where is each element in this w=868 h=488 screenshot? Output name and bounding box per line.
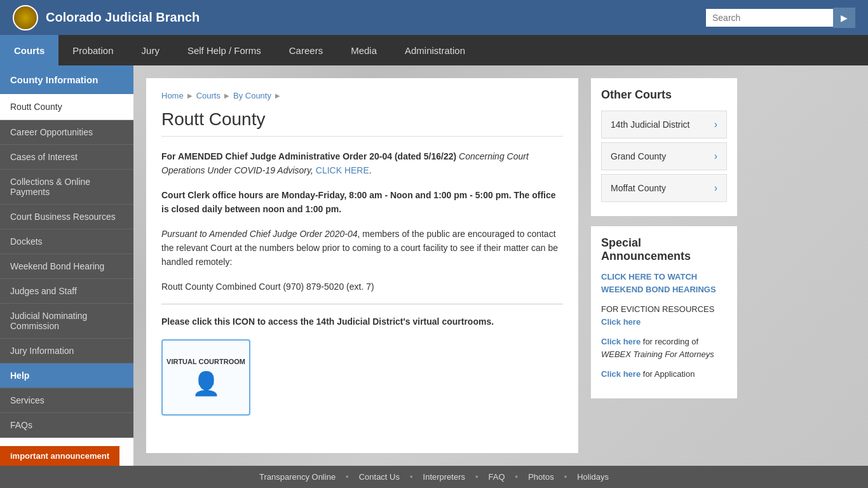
court-link-moffat[interactable]: Moffat County › <box>601 174 727 202</box>
court-link-label-moffat: Moffat County <box>611 183 666 193</box>
nav-item-administration[interactable]: Administration <box>391 35 479 65</box>
content-area: Home ▶ Courts ▶ By County ▶ Routt County… <box>133 65 868 466</box>
footer-bar: Transparency Online • Contact Us • Inter… <box>0 466 868 488</box>
ann-link-4[interactable]: Click here <box>601 369 641 379</box>
logo-area: Colorado Judicial Branch <box>13 5 200 30</box>
para2-text: Court Clerk office hours are Monday-Frid… <box>161 190 556 214</box>
site-header: Colorado Judicial Branch ▶ <box>0 0 868 35</box>
main-content-panel: Home ▶ Courts ▶ By County ▶ Routt County… <box>146 78 578 453</box>
special-announcements-title: Special Announcements <box>601 236 727 263</box>
para4-bold: Please click this ICON to access the 14t… <box>161 316 494 327</box>
chevron-right-icon-2: › <box>714 151 717 162</box>
sidebar-item-help[interactable]: Help <box>0 363 133 388</box>
ann-link-2[interactable]: Click here <box>601 317 641 327</box>
announcement-3: Click here for recording of WEBEX Traini… <box>601 336 727 360</box>
sidebar-item-judges-and-staff[interactable]: Judges and Staff <box>0 279 133 304</box>
sidebar-item-collections[interactable]: Collections & Online Payments <box>0 170 133 205</box>
court-link-grand[interactable]: Grand County › <box>601 142 727 170</box>
court-link-14th[interactable]: 14th Judicial District › <box>601 111 727 139</box>
ann-link-1[interactable]: CLICK HERE TO WATCH WEEKEND BOND HEARING… <box>601 272 716 294</box>
sidebar-menu: Career Opportunities Cases of Interest C… <box>0 120 133 438</box>
breadcrumb-home[interactable]: Home <box>161 91 184 100</box>
court-link-label-grand: Grand County <box>611 151 666 161</box>
sidebar-item-jury-information[interactable]: Jury Information <box>0 339 133 363</box>
search-form: ▶ <box>706 8 855 28</box>
search-button[interactable]: ▶ <box>833 8 855 28</box>
vc-label: VIRTUAL COURTROOM <box>166 358 245 365</box>
ann-suffix-3: for recording of <box>643 337 698 346</box>
other-courts-title: Other Courts <box>601 88 727 102</box>
nav-item-probation[interactable]: Probation <box>58 35 127 65</box>
sidebar-header: County Information <box>0 65 133 94</box>
other-courts-section: Other Courts 14th Judicial District › Gr… <box>591 78 737 216</box>
sidebar-item-services[interactable]: Services <box>0 388 133 413</box>
important-announcement-bar[interactable]: important announcement <box>0 446 119 466</box>
announcement-4: Click here for Application <box>601 368 727 381</box>
nav-item-media[interactable]: Media <box>337 35 391 65</box>
special-announcements-section: Special Announcements CLICK HERE TO WATC… <box>591 226 737 398</box>
virtual-courtroom-link[interactable]: VIRTUAL COURTROOM 👤 <box>161 339 250 416</box>
virtual-courtroom-icon: 👤 <box>192 370 220 397</box>
announcement-2: FOR EVICTION RESOURCES Click here <box>601 303 727 328</box>
search-input[interactable] <box>706 9 833 27</box>
breadcrumb-sep-3: ▶ <box>275 92 280 99</box>
ann-italic-3: WEBEX Training For Attorneys <box>601 349 714 359</box>
court-phone-text: Routt County Combined Court (970) 879-50… <box>161 281 374 292</box>
sidebar-item-court-business-resources[interactable]: Court Business Resources <box>0 205 133 229</box>
click-here-link-1[interactable]: CLICK HERE <box>316 165 369 175</box>
footer-interpreters[interactable]: Interpreters <box>423 472 465 482</box>
breadcrumb-sep-1: ▶ <box>187 92 193 99</box>
ann-suffix-4: for Application <box>643 369 695 379</box>
page-title: Routt County <box>161 109 563 137</box>
breadcrumb-by-county[interactable]: By County <box>233 91 271 100</box>
para1-bold-text: For AMENDED Chief Judge Administrative O… <box>161 151 459 161</box>
content-para-3: Pursuant to Amended Chief Judge Order 20… <box>161 227 563 269</box>
breadcrumb: Home ▶ Courts ▶ By County ▶ <box>161 91 563 100</box>
sidebar-item-judicial-nominating[interactable]: Judicial Nominating Commission <box>0 304 133 339</box>
breadcrumb-courts[interactable]: Courts <box>196 91 220 100</box>
nav-item-careers[interactable]: Careers <box>275 35 337 65</box>
footer-transparency[interactable]: Transparency Online <box>259 472 336 482</box>
site-title: Colorado Judicial Branch <box>46 10 200 25</box>
para1-end: . <box>369 165 372 175</box>
court-link-label-14th: 14th Judicial District <box>611 119 690 130</box>
breadcrumb-sep-2: ▶ <box>224 92 229 99</box>
content-divider <box>161 304 563 304</box>
sidebar-item-dockets[interactable]: Dockets <box>0 229 133 254</box>
right-sidebar: Other Courts 14th Judicial District › Gr… <box>591 78 737 453</box>
footer-photos[interactable]: Photos <box>528 472 553 482</box>
content-para-1: For AMENDED Chief Judge Administrative O… <box>161 149 563 178</box>
content-para-4: Please click this ICON to access the 14t… <box>161 315 563 329</box>
main-nav: Courts Probation Jury Self Help / Forms … <box>0 35 868 65</box>
ann-link-3[interactable]: Click here <box>601 337 641 346</box>
court-phone: Routt County Combined Court (970) 879-50… <box>161 280 563 294</box>
nav-item-jury[interactable]: Jury <box>128 35 173 65</box>
content-para-2: Court Clerk office hours are Monday-Frid… <box>161 188 563 217</box>
sidebar-current-page: Routt County <box>0 94 133 120</box>
sidebar-item-career-opportunities[interactable]: Career Opportunities <box>0 120 133 145</box>
state-seal-icon <box>13 5 38 30</box>
nav-item-selfhelp[interactable]: Self Help / Forms <box>173 35 275 65</box>
footer-faq[interactable]: FAQ <box>489 472 505 482</box>
nav-item-courts[interactable]: Courts <box>0 35 58 65</box>
sidebar-item-weekend-bond-hearing[interactable]: Weekend Bond Hearing <box>0 254 133 279</box>
page-body: County Information Routt County Career O… <box>0 65 868 466</box>
left-sidebar: County Information Routt County Career O… <box>0 65 133 466</box>
sidebar-item-cases-of-interest[interactable]: Cases of Interest <box>0 145 133 170</box>
chevron-right-icon-1: › <box>714 119 717 130</box>
sidebar-item-faqs[interactable]: FAQs <box>0 413 133 438</box>
footer-holidays[interactable]: Holidays <box>577 472 609 482</box>
footer-contact-us[interactable]: Contact Us <box>359 472 400 482</box>
announcement-1: CLICK HERE TO WATCH WEEKEND BOND HEARING… <box>601 271 727 295</box>
ann-prefix-2: FOR EVICTION RESOURCES <box>601 304 714 314</box>
chevron-right-icon-3: › <box>714 182 717 194</box>
para3-italic: Pursuant to Amended Chief Judge Order 20… <box>161 229 357 239</box>
